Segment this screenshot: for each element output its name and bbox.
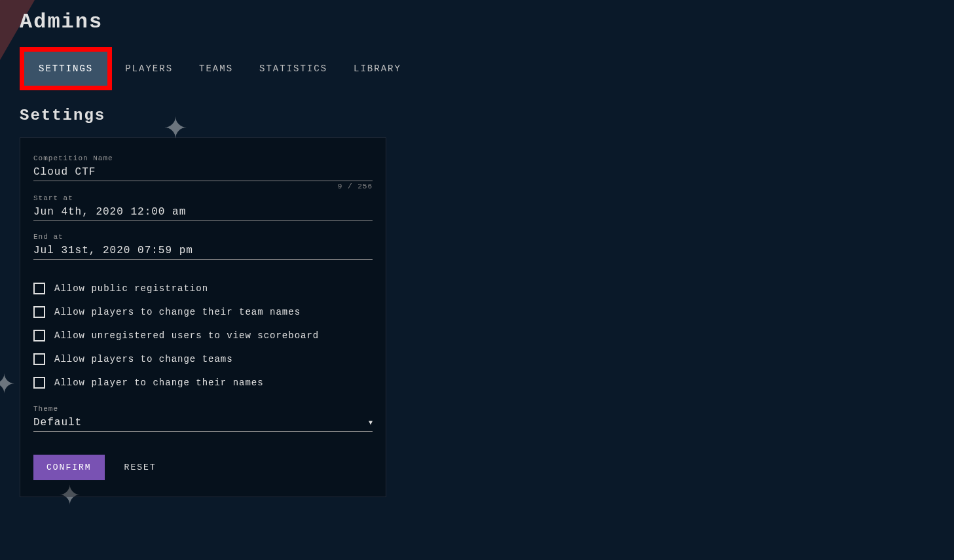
start-at-field: 9 / 256 Start at xyxy=(33,194,373,221)
tab-highlight-box: SETTINGS xyxy=(20,47,112,90)
tab-teams[interactable]: TEAMS xyxy=(186,52,246,86)
checkbox-change-team-names[interactable]: Allow players to change their team names xyxy=(33,306,373,318)
start-at-input[interactable] xyxy=(33,206,373,218)
checkbox-icon xyxy=(33,283,45,294)
tab-statistics[interactable]: STATISTICS xyxy=(246,52,340,86)
checkbox-label: Allow player to change their names xyxy=(54,377,264,388)
checkbox-public-registration[interactable]: Allow public registration xyxy=(33,283,373,294)
checkbox-icon xyxy=(33,353,45,365)
competition-name-label: Competition Name xyxy=(33,154,373,162)
checkbox-change-names[interactable]: Allow player to change their names xyxy=(33,377,373,389)
reset-button[interactable]: RESET xyxy=(118,455,163,480)
theme-select[interactable]: Default ▼ xyxy=(33,417,373,429)
checkbox-label: Allow unregistered users to view scorebo… xyxy=(54,330,319,341)
tab-settings[interactable]: SETTINGS xyxy=(24,52,107,86)
theme-value: Default xyxy=(33,417,82,429)
start-at-label: Start at xyxy=(33,194,373,202)
settings-panel: Competition Name 9 / 256 Start at End at… xyxy=(20,137,386,497)
chevron-down-icon: ▼ xyxy=(369,419,373,427)
checkbox-unregistered-scoreboard[interactable]: Allow unregistered users to view scorebo… xyxy=(33,330,373,341)
checkbox-label: Allow public registration xyxy=(54,283,208,294)
competition-name-field: Competition Name xyxy=(33,154,373,181)
end-at-label: End at xyxy=(33,233,373,241)
theme-label: Theme xyxy=(33,405,373,413)
tab-library[interactable]: LIBRARY xyxy=(340,52,414,86)
tab-navigation: SETTINGS PLAYERS TEAMS STATISTICS LIBRAR… xyxy=(20,47,934,90)
checkbox-group: Allow public registration Allow players … xyxy=(33,283,373,389)
char-count: 9 / 256 xyxy=(338,183,373,190)
theme-field: Theme Default ▼ xyxy=(33,405,373,432)
confirm-button[interactable]: CONFIRM xyxy=(33,455,105,480)
checkbox-icon xyxy=(33,306,45,318)
end-at-field: End at xyxy=(33,233,373,260)
checkbox-label: Allow players to change their team names xyxy=(54,307,301,317)
button-row: CONFIRM RESET xyxy=(33,455,373,480)
checkbox-label: Allow players to change teams xyxy=(54,354,233,364)
end-at-input[interactable] xyxy=(33,245,373,256)
competition-name-input[interactable] xyxy=(33,166,373,178)
checkbox-change-teams[interactable]: Allow players to change teams xyxy=(33,353,373,365)
section-title: Settings xyxy=(20,107,934,124)
page-title: Admins xyxy=(20,10,934,34)
checkbox-icon xyxy=(33,330,45,341)
tab-players[interactable]: PLAYERS xyxy=(112,52,186,86)
checkbox-icon xyxy=(33,377,45,389)
